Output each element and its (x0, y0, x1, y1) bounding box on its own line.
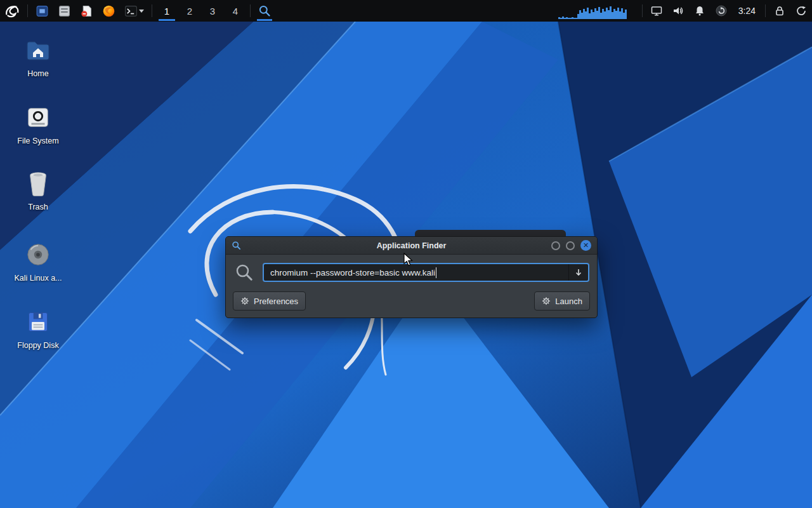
desktop-icon-label: File System (17, 137, 58, 145)
panel-separator (642, 4, 643, 17)
minimize-button[interactable] (551, 241, 560, 250)
workspace-4-label: 4 (233, 6, 238, 17)
bell-icon (693, 4, 706, 17)
taskbar-application-finder[interactable] (254, 0, 275, 22)
gear-icon (240, 297, 249, 305)
launcher-window-app[interactable] (31, 0, 53, 22)
notifications-tray[interactable] (689, 0, 710, 22)
lock-icon (773, 4, 786, 17)
home-folder-icon (23, 36, 53, 65)
volume-tray[interactable] (667, 0, 689, 22)
preferences-button-label: Preferences (254, 297, 298, 306)
desktop-icon-trash[interactable]: Trash (8, 169, 69, 211)
file-manager-icon (58, 4, 71, 18)
updater-icon (715, 4, 728, 17)
workspace-1[interactable]: 1 (155, 0, 178, 22)
desktop-icon-label: Kali Linux a... (14, 274, 62, 283)
desktop-icon-label: Trash (28, 203, 48, 211)
workspace-1-label: 1 (164, 6, 169, 17)
launcher-text-editor[interactable] (75, 0, 98, 22)
launcher-firefox[interactable] (98, 0, 120, 22)
workspace-2[interactable]: 2 (178, 0, 201, 22)
trash-icon (23, 169, 53, 198)
dropdown-arrow-icon (575, 268, 582, 277)
display-settings-tray[interactable] (646, 0, 667, 22)
volume-icon (672, 4, 684, 17)
kali-logo-icon (4, 3, 20, 18)
finder-titlebar[interactable]: Application Finder ✕ (226, 237, 597, 255)
desktop-icon-label: Home (27, 69, 48, 78)
desktop-icon-label: Floppy Disk (17, 341, 58, 350)
application-finder-window: Application Finder ✕ chromium --password… (225, 236, 598, 318)
screen-lock-tray[interactable] (769, 0, 790, 22)
top-panel: 1 2 3 4 (0, 0, 812, 22)
history-dropdown-button[interactable] (568, 264, 588, 281)
preferences-button[interactable]: Preferences (233, 291, 306, 311)
launcher-file-manager[interactable] (53, 0, 75, 22)
mouse-cursor (403, 253, 414, 267)
panel-separator (765, 4, 766, 17)
clock[interactable]: 3:24 (732, 0, 762, 22)
floppy-disk-icon (23, 307, 53, 337)
updater-tray[interactable] (710, 0, 732, 22)
launch-button[interactable]: Launch (534, 291, 590, 311)
finder-taskbar-magnifier-icon (258, 4, 271, 17)
finder-title: Application Finder (226, 241, 597, 250)
window-app-icon (36, 4, 49, 18)
clock-label: 3:24 (738, 6, 756, 16)
desktop-icon-floppy[interactable]: Floppy Disk (8, 307, 69, 350)
terminal-dropdown-arrow-icon[interactable] (139, 10, 144, 13)
launcher-terminal[interactable] (120, 0, 148, 22)
search-input-value: chromium --password-store=basic www.kali (264, 268, 435, 277)
maximize-button[interactable] (566, 241, 575, 250)
session-logout-tray[interactable] (790, 0, 812, 22)
workspace-3[interactable]: 3 (201, 0, 224, 22)
desktop-icon-home[interactable]: Home (8, 36, 69, 78)
text-editor-icon (80, 4, 93, 18)
run-gear-icon (542, 297, 551, 305)
search-input[interactable]: chromium --password-store=basic www.kali (263, 263, 589, 282)
display-icon (650, 4, 663, 17)
terminal-icon (124, 4, 138, 18)
cpu-frequency-monitor[interactable] (554, 0, 639, 22)
cd-disc-icon (23, 240, 53, 269)
file-system-drive-icon (23, 103, 53, 132)
text-caret (436, 267, 436, 278)
panel-separator (250, 4, 251, 17)
kali-menu-button[interactable] (0, 0, 24, 22)
logout-icon (795, 4, 808, 17)
cpu-graph-icon (558, 3, 634, 19)
desktop-icon-kali-cd[interactable]: Kali Linux a... (8, 240, 69, 283)
workspace-3-label: 3 (210, 6, 215, 17)
close-icon: ✕ (583, 242, 589, 249)
desktop-icon-file-system[interactable]: File System (8, 103, 69, 145)
panel-separator (152, 4, 152, 17)
workspace-4[interactable]: 4 (224, 0, 247, 22)
panel-separator (27, 4, 28, 17)
workspace-2-label: 2 (187, 6, 192, 17)
finder-titlebar-magnifier-icon (232, 241, 241, 250)
launch-button-label: Launch (555, 297, 582, 306)
firefox-icon (102, 4, 115, 18)
search-icon (235, 263, 254, 282)
close-button[interactable]: ✕ (580, 240, 591, 251)
